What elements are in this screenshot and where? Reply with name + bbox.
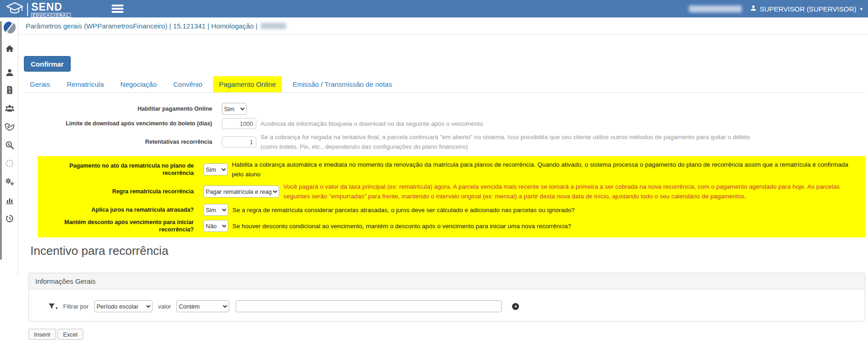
limite-download-input[interactable] (222, 118, 256, 129)
redacted-header-text (689, 6, 742, 12)
financial-search-icon[interactable]: $ (5, 141, 14, 150)
graduation-cap-icon (6, 1, 24, 18)
form-row-limite-download: Limite de download após vencimento do bo… (18, 118, 865, 129)
billing-document-icon[interactable]: $ (5, 85, 14, 95)
help-text: Se a cobrança for negada na tentativa fi… (260, 132, 752, 152)
grid-toolbar: Inserir Excel (28, 329, 83, 340)
user-label: SUPERVISOR (SUPERVISOR) (760, 5, 856, 13)
excel-button[interactable]: Excel (57, 329, 83, 340)
brand-divider (27, 3, 28, 16)
pagamento-ato-select[interactable]: Sim (203, 163, 228, 175)
filter-row: ▾ Filtrar por Período escolar valor Cont… (35, 300, 858, 312)
field-label: Retentativas recorrência (38, 138, 212, 146)
chevron-down-icon: ▾ (860, 6, 862, 12)
aplica-juros-select[interactable]: Sim (203, 204, 228, 216)
bar-chart-icon[interactable] (5, 196, 14, 205)
app-logo-icon (3, 21, 16, 34)
tab-negociacao[interactable]: Negociação (114, 76, 163, 92)
form-row-mantem-desconto: Mantém desconto após vencimento para ini… (38, 219, 862, 234)
tab-rematricula[interactable]: Rematrícula (61, 76, 110, 92)
brand-subtitle: EDUCACIONAL (31, 13, 71, 18)
top-header: SEND EDUCACIONAL SUPERVISOR (SUPERVISOR)… (0, 0, 868, 17)
field-label: Pagamento no ato da rematrícula no plano… (38, 162, 194, 177)
tab-pagamento-online[interactable]: Pagamento Online (213, 76, 282, 92)
history-icon[interactable] (5, 214, 14, 223)
habilitar-pagamento-select[interactable]: Sim (222, 103, 247, 115)
breadcrumb-bar: Parâmetros gerais (WPParametrosFinanceir… (18, 17, 868, 35)
confirm-button[interactable]: Confirmar (24, 56, 71, 72)
field-label: Regra rematrícula recorrência (38, 188, 194, 195)
hamburger-menu-icon[interactable] (112, 5, 124, 13)
section-title: Incentivo para recorrência (30, 244, 169, 258)
home-icon[interactable] (5, 44, 14, 53)
redacted-breadcrumb-text (261, 23, 286, 29)
handshake-icon[interactable] (4, 122, 15, 131)
retentativas-input[interactable] (222, 136, 256, 147)
tab-emissao-notas[interactable]: Emissão / Transmissão de notas (287, 76, 398, 92)
filter-by-label: Filtrar por (63, 303, 89, 310)
filter-operator-select[interactable]: Contém (176, 300, 229, 312)
filter-funnel-icon[interactable]: ▾ (48, 303, 58, 309)
filter-value-input[interactable] (236, 300, 502, 312)
tab-gerais[interactable]: Gerais (24, 76, 56, 92)
svg-text:$: $ (8, 142, 10, 146)
help-text: Você pagará o valor da taxa principal (e… (283, 182, 862, 201)
user-group-icon[interactable] (5, 104, 15, 113)
tab-convenio[interactable]: Convênio (167, 76, 208, 92)
field-label: Mantém desconto após vencimento para ini… (38, 219, 194, 234)
person-icon[interactable] (5, 68, 14, 77)
informacoes-gerais-panel: Informações Gerais ▾ Filtrar por Período… (28, 273, 865, 321)
loading-spinner-icon[interactable] (5, 159, 14, 168)
help-text: Se a regra de rematrícula considerar par… (232, 205, 575, 215)
sidebar-scrollbar[interactable] (0, 21, 2, 260)
form-row-habilitar: Habilitar pagamento Online Sim (18, 103, 865, 115)
filter-add-icon[interactable]: + (512, 303, 519, 310)
form-row-aplica-juros: Aplica juros na rematrícula atrasada? Si… (38, 204, 862, 216)
brand-name: SEND (31, 2, 71, 12)
settings-gears-icon[interactable] (5, 177, 15, 186)
help-text: Se houver desconto condicional ao vencim… (232, 221, 571, 231)
user-menu[interactable]: SUPERVISOR (SUPERVISOR) ▾ (750, 5, 862, 13)
filter-value-label: valor (158, 303, 171, 310)
field-label: Aplica juros na rematrícula atrasada? (38, 206, 194, 214)
mantem-desconto-select[interactable]: Não (203, 220, 228, 232)
main-content: Confirmar Gerais Rematrícula Negociação … (18, 35, 868, 343)
filter-field-select[interactable]: Período escolar (94, 300, 152, 312)
form-row-regra-rematricula: Regra rematrícula recorrência Pagar rema… (38, 182, 862, 201)
insert-button[interactable]: Inserir (28, 329, 56, 340)
tab-bar: Gerais Rematrícula Negociação Convênio P… (24, 76, 865, 93)
regra-rematricula-select[interactable]: Pagar rematrícula e reagenc (203, 186, 279, 197)
field-label: Habilitar pagamento Online (38, 105, 212, 112)
parameters-form: Habilitar pagamento Online Sim Limite de… (18, 103, 865, 237)
highlighted-parameters-block: Pagamento no ato da rematrícula no plano… (38, 156, 865, 237)
chevron-down-icon: ▾ (56, 307, 58, 309)
brand-logo: SEND EDUCACIONAL (6, 1, 71, 18)
form-row-retentativas: Retentativas recorrência Se a cobrança f… (18, 132, 865, 152)
field-label: Limite de download após vencimento do bo… (38, 120, 212, 127)
breadcrumb: Parâmetros gerais (WPParametrosFinanceir… (26, 22, 257, 30)
panel-header: Informações Gerais (29, 273, 865, 289)
help-text: Habilita a cobrança automática e imediat… (232, 160, 862, 179)
help-text: Ausência de informação bloqueia o downlo… (260, 119, 483, 129)
form-row-pagamento-ato: Pagamento no ato da rematrícula no plano… (38, 160, 862, 179)
sidebar: $ $ (0, 17, 18, 276)
user-icon (750, 5, 757, 13)
app-root: SEND EDUCACIONAL SUPERVISOR (SUPERVISOR)… (0, 0, 868, 343)
